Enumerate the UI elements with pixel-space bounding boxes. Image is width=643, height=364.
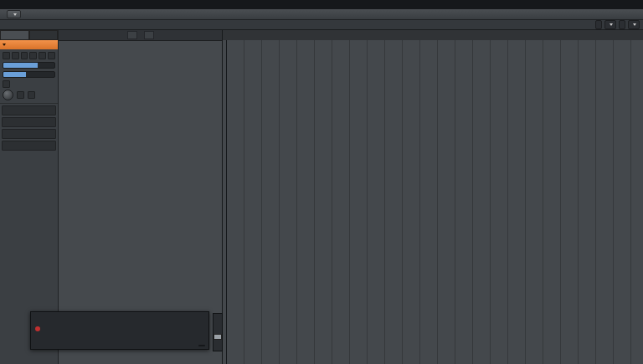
delay-toggle[interactable]	[3, 80, 10, 88]
write-button[interactable]	[29, 52, 37, 59]
master-fader[interactable]	[213, 313, 223, 351]
knob-row	[3, 90, 55, 100]
playhead[interactable]	[226, 40, 227, 364]
midi-output-field[interactable]	[2, 129, 56, 139]
track-preset-field[interactable]	[2, 105, 56, 115]
fader-handle[interactable]	[213, 334, 222, 340]
cubase-window	[0, 0, 643, 364]
transport-panel	[30, 311, 209, 350]
tab-visibility[interactable]	[29, 30, 59, 40]
main-toolbar	[0, 9, 643, 20]
quantize-preset-select[interactable]	[628, 20, 640, 29]
secondary-toolbar	[0, 20, 643, 30]
delay-row	[3, 80, 55, 88]
freeze-button[interactable]	[28, 91, 35, 99]
pan-knob[interactable]	[3, 90, 13, 100]
transport-controls	[31, 345, 208, 349]
solo-button[interactable]	[12, 52, 19, 59]
arrange-lanes[interactable]	[223, 40, 643, 364]
grid-type-select[interactable]	[604, 20, 616, 29]
tab-inspector[interactable]	[0, 30, 29, 40]
track-control-buttons	[3, 52, 55, 59]
auto-scroll-button[interactable]	[595, 20, 602, 29]
read-button[interactable]	[21, 52, 28, 59]
track-list-header	[59, 30, 222, 41]
mute-button[interactable]	[3, 52, 10, 59]
transport-displays	[31, 312, 208, 345]
volume-slider[interactable]	[3, 62, 55, 69]
chevron-down-icon	[633, 23, 636, 26]
drum-map-field[interactable]	[2, 141, 56, 151]
monitor-enable-button[interactable]	[48, 52, 55, 59]
inspector-track-header[interactable]	[0, 40, 58, 49]
pan-slider[interactable]	[3, 71, 55, 78]
midi-input-field[interactable]	[2, 117, 56, 127]
chevron-down-icon	[13, 13, 17, 16]
edit-channel-button[interactable]	[17, 91, 24, 99]
quantize-toggle[interactable]	[619, 20, 625, 29]
time-signature-display	[198, 345, 205, 346]
configurations-dropdown[interactable]	[7, 10, 21, 18]
record-indicator	[35, 326, 40, 331]
chevron-down-icon	[610, 23, 613, 26]
arrange-area	[223, 30, 643, 364]
chevron-down-icon	[3, 44, 6, 46]
track-list-menu-icon[interactable]	[127, 31, 137, 39]
inspector-controls	[0, 49, 58, 104]
record-enable-button[interactable]	[39, 52, 46, 59]
inspector-tabs	[0, 30, 58, 40]
track-list-options-icon[interactable]	[144, 31, 154, 39]
menubar	[0, 0, 643, 9]
